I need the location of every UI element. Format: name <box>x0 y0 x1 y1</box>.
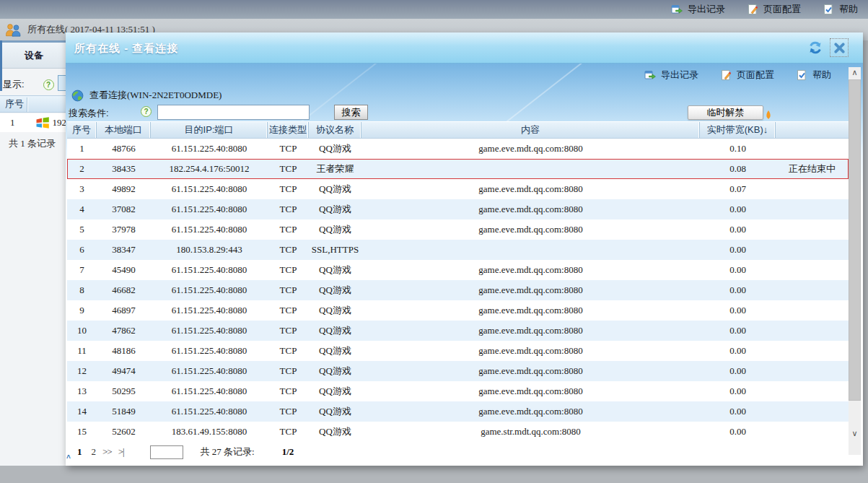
dialog-toolbar: 导出记录 页面配置 帮助 <box>644 69 831 82</box>
table-row[interactable]: 638347180.153.8.29:443TCPSSL,HTTPS0.00 <box>67 240 849 260</box>
dialog-page-config-button[interactable]: 页面配置 <box>720 69 774 82</box>
column-header[interactable]: 内容 <box>361 122 700 138</box>
page-config-button[interactable]: 页面配置 <box>747 3 801 16</box>
online-users-icon <box>4 23 22 37</box>
table-row[interactable]: 34989261.151.225.40:8080TCPQQ游戏game.eve.… <box>67 179 849 199</box>
table-cell: QQ游戏 <box>309 199 361 219</box>
device-row[interactable]: 1 192 <box>0 113 66 132</box>
column-header[interactable]: 目的IP:端口 <box>151 122 268 138</box>
table-cell: 48766 <box>97 139 151 159</box>
scroll-down-icon[interactable]: ∨ <box>849 428 861 440</box>
table-row[interactable]: 14876661.151.225.40:8080TCPQQ游戏game.eve.… <box>67 139 849 159</box>
table-row[interactable]: 74549061.151.225.40:8080TCPQQ游戏game.eve.… <box>67 260 849 280</box>
table-cell: 王者荣耀 <box>309 159 361 179</box>
table-cell <box>776 300 849 321</box>
scroll-up-icon[interactable]: ∧ <box>849 67 861 79</box>
table-cell: 61.151.225.40:8080 <box>151 341 268 361</box>
table-cell: TCP <box>268 381 309 401</box>
table-row[interactable]: 1552602183.61.49.155:8080TCPQQ游戏game.str… <box>67 422 849 442</box>
table-cell: 5 <box>67 219 97 240</box>
search-input[interactable] <box>157 105 310 120</box>
column-header[interactable]: 连接类型 <box>268 122 309 138</box>
table-row[interactable]: 124947461.151.225.40:8080TCPQQ游戏game.eve… <box>67 361 849 381</box>
table-cell: 61.151.225.40:8080 <box>151 199 268 219</box>
table-row[interactable]: 238435182.254.4.176:50012TCP王者荣耀0.08正在结束… <box>67 159 849 179</box>
connections-table: 序号本地端口目的IP:端口连接类型协议名称内容实时带宽(KB)↓ 1487666… <box>67 121 849 442</box>
table-cell: 正在结束中 <box>776 159 849 179</box>
table-row[interactable]: 135029561.151.225.40:8080TCPQQ游戏game.eve… <box>67 381 849 401</box>
question-icon[interactable]: ? <box>141 106 152 117</box>
table-cell: 11 <box>67 341 97 361</box>
table-cell: 10 <box>67 321 97 341</box>
column-header[interactable]: 协议名称 <box>309 122 361 138</box>
collapse-caret-icon[interactable]: ^ <box>66 454 71 462</box>
table-cell: 2 <box>67 159 97 179</box>
table-cell: 4 <box>67 199 97 219</box>
dialog-export-button[interactable]: 导出记录 <box>644 69 698 82</box>
export-icon <box>671 4 683 15</box>
table-row[interactable]: 94689761.151.225.40:8080TCPQQ游戏game.eve.… <box>67 300 849 321</box>
column-header[interactable]: 本地端口 <box>97 122 151 138</box>
help-button[interactable]: 帮助 <box>823 3 858 16</box>
records-total-label: 共 27 条记录: <box>201 445 255 458</box>
device-row-ip: 192 <box>53 117 67 129</box>
table-row[interactable]: 145184961.151.225.40:8080TCPQQ游戏game.eve… <box>67 401 849 422</box>
close-icon[interactable] <box>830 38 849 57</box>
temporary-unban-button[interactable]: 临时解禁 <box>688 105 763 120</box>
table-cell: 180.153.8.29:443 <box>151 240 268 260</box>
export-records-button[interactable]: 导出记录 <box>671 3 725 16</box>
table-cell: 14 <box>67 401 97 422</box>
search-condition-label: 搜索条件: <box>69 107 109 120</box>
table-cell: 46682 <box>97 280 151 300</box>
page-jump-input[interactable] <box>150 445 183 459</box>
display-select[interactable] <box>58 75 66 91</box>
table-cell: TCP <box>268 219 309 240</box>
table-cell <box>776 219 849 240</box>
table-row[interactable]: 114818661.151.225.40:8080TCPQQ游戏game.eve… <box>67 341 849 361</box>
tab-device-label: 设备 <box>25 49 43 62</box>
column-header[interactable] <box>776 122 849 138</box>
pagination-bar: 1 2 >> >| 共 27 条记录: 1/2 <box>67 442 849 462</box>
table-cell: TCP <box>268 401 309 422</box>
table-cell: game.eve.mdt.qq.com:8080 <box>361 179 700 199</box>
last-page-button[interactable]: >| <box>118 446 124 458</box>
column-header[interactable]: 实时带宽(KB)↓ <box>700 122 776 138</box>
table-row[interactable]: 104786261.151.225.40:8080TCPQQ游戏game.eve… <box>67 321 849 341</box>
table-cell: QQ游戏 <box>309 422 361 442</box>
question-icon[interactable]: ? <box>43 79 54 90</box>
export-icon <box>644 69 656 81</box>
table-cell: 61.151.225.40:8080 <box>151 381 268 401</box>
seq-column-header[interactable]: 序号 <box>0 95 66 113</box>
next-page-button[interactable]: >> <box>102 446 112 458</box>
search-button[interactable]: 搜索 <box>334 105 368 120</box>
dialog-titlebar[interactable]: 所有在线 - 查看连接 <box>66 32 863 64</box>
table-cell: QQ游戏 <box>309 300 361 321</box>
table-row[interactable]: 43708261.151.225.40:8080TCPQQ游戏game.eve.… <box>67 199 849 219</box>
table-cell: QQ游戏 <box>309 361 361 381</box>
table-row[interactable]: 53797861.151.225.40:8080TCPQQ游戏game.eve.… <box>67 219 849 240</box>
display-row: 显示: ? <box>1 77 66 92</box>
table-cell <box>361 240 700 260</box>
refresh-icon[interactable] <box>807 40 824 57</box>
page-number-2[interactable]: 2 <box>92 446 97 458</box>
top-toolbar: 导出记录 页面配置 帮助 <box>0 0 868 19</box>
screen: 导出记录 页面配置 帮助 所有在线( 2017-04-11 13:51:51 )… <box>0 0 868 483</box>
tab-device[interactable]: 设备 <box>2 43 66 69</box>
table-cell: 48186 <box>97 341 151 361</box>
scrollbar-thumb[interactable] <box>849 79 861 401</box>
table-cell: QQ游戏 <box>309 179 361 199</box>
table-cell: 0.08 <box>700 159 776 179</box>
table-cell: game.eve.mdt.qq.com:8080 <box>361 300 700 321</box>
dialog-help-button[interactable]: 帮助 <box>796 69 831 82</box>
table-cell: 50295 <box>97 381 151 401</box>
table-cell <box>776 321 849 341</box>
table-cell: 47862 <box>97 321 151 341</box>
table-cell <box>361 159 700 179</box>
page-number-current[interactable]: 1 <box>77 446 82 458</box>
vertical-scrollbar[interactable]: ∧ ∨ <box>849 67 861 455</box>
table-cell: TCP <box>268 260 309 280</box>
table-cell: game.eve.mdt.qq.com:8080 <box>361 341 700 361</box>
column-header[interactable]: 序号 <box>67 122 97 138</box>
table-row[interactable]: 84668261.151.225.40:8080TCPQQ游戏game.eve.… <box>67 280 849 300</box>
dialog-page-config-label: 页面配置 <box>737 69 774 82</box>
